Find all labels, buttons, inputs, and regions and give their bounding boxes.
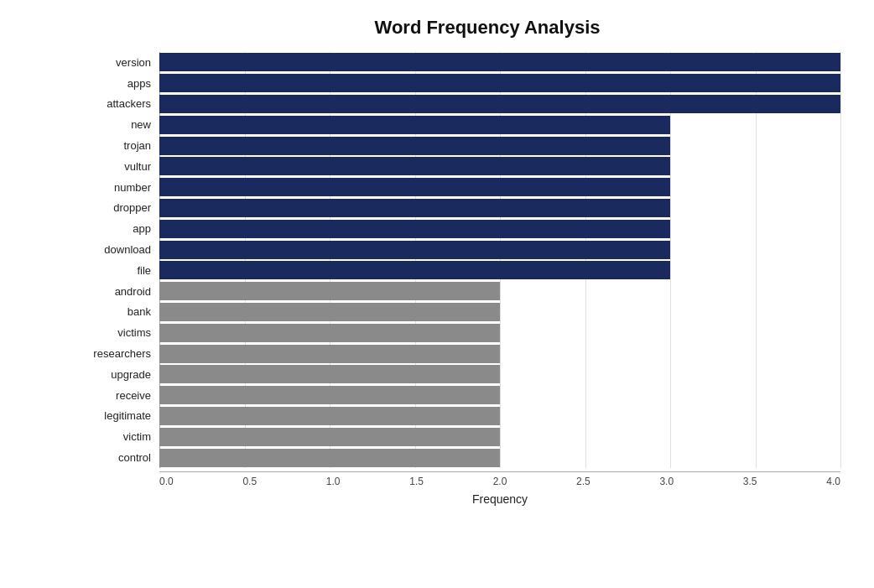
bar-track xyxy=(159,116,840,134)
bar-track xyxy=(159,53,840,71)
bar-fill xyxy=(159,261,670,279)
bar-fill xyxy=(159,407,500,425)
x-axis-label: 3.0 xyxy=(659,476,674,487)
bar-label: vultur xyxy=(84,160,159,173)
bar-row: android xyxy=(84,281,840,301)
bar-label: android xyxy=(84,285,159,298)
x-axis-label: 3.5 xyxy=(743,476,757,487)
bar-label: number xyxy=(84,181,159,194)
x-axis-label: 0.5 xyxy=(242,476,257,487)
bar-label: receive xyxy=(84,389,159,402)
bar-row: apps xyxy=(84,73,840,93)
x-axis-label: 1.5 xyxy=(409,476,424,487)
bar-row: number xyxy=(84,177,840,197)
bar-label: victims xyxy=(84,326,159,339)
bars-wrapper: versionappsattackersnewtrojanvulturnumbe… xyxy=(84,52,840,468)
bar-row: new xyxy=(84,115,840,135)
bar-label: trojan xyxy=(84,139,159,152)
bar-label: upgrade xyxy=(84,368,159,381)
bar-fill xyxy=(159,137,670,155)
bar-label: researchers xyxy=(84,347,159,360)
bar-track xyxy=(159,261,840,279)
grid-line xyxy=(840,52,841,468)
bar-track xyxy=(159,74,840,92)
x-axis-title: Frequency xyxy=(159,492,840,506)
bar-fill xyxy=(159,282,500,300)
bar-track xyxy=(159,303,840,321)
bar-fill xyxy=(159,116,670,134)
bar-row: dropper xyxy=(84,198,840,218)
bar-fill xyxy=(159,428,500,446)
bar-label: control xyxy=(84,451,159,464)
bar-fill xyxy=(159,95,840,113)
bar-track xyxy=(159,282,840,300)
bar-row: legitimate xyxy=(84,406,840,426)
bar-track xyxy=(159,95,840,113)
bar-row: file xyxy=(84,260,840,280)
bar-track xyxy=(159,178,840,196)
bar-track xyxy=(159,220,840,238)
bar-fill xyxy=(159,53,840,71)
bar-row: victims xyxy=(84,323,840,343)
bar-track xyxy=(159,365,840,383)
bar-track xyxy=(159,137,840,155)
chart-container: Word Frequency Analysis versionappsattac… xyxy=(0,0,874,588)
bar-row: bank xyxy=(84,302,840,322)
bar-fill xyxy=(159,324,500,342)
bar-fill xyxy=(159,365,500,383)
bar-fill xyxy=(159,178,670,196)
x-axis-label: 4.0 xyxy=(826,476,840,487)
bar-fill xyxy=(159,74,840,92)
x-axis-labels: 0.00.51.01.52.02.53.03.54.0 xyxy=(159,476,840,487)
bar-fill xyxy=(159,386,500,404)
bar-label: bank xyxy=(84,305,159,318)
bar-row: trojan xyxy=(84,136,840,156)
bar-row: receive xyxy=(84,385,840,405)
bar-row: researchers xyxy=(84,344,840,364)
bar-row: upgrade xyxy=(84,364,840,384)
bar-track xyxy=(159,386,840,404)
bar-fill xyxy=(159,303,500,321)
bar-fill xyxy=(159,199,670,217)
bar-label: new xyxy=(84,118,159,131)
bar-track xyxy=(159,157,840,175)
bar-row: download xyxy=(84,240,840,260)
x-axis xyxy=(159,471,840,472)
bar-row: app xyxy=(84,219,840,239)
bar-label: dropper xyxy=(84,201,159,214)
chart-area: versionappsattackersnewtrojanvulturnumbe… xyxy=(84,52,840,506)
bar-row: vultur xyxy=(84,156,840,176)
bar-label: victim xyxy=(84,430,159,443)
bar-label: download xyxy=(84,243,159,256)
bar-track xyxy=(159,449,840,467)
bar-label: version xyxy=(84,56,159,69)
bar-track xyxy=(159,324,840,342)
bar-row: attackers xyxy=(84,94,840,114)
bar-label: file xyxy=(84,264,159,277)
bar-fill xyxy=(159,241,670,259)
bar-row: control xyxy=(84,448,840,468)
x-axis-label: 2.0 xyxy=(493,476,507,487)
bar-fill xyxy=(159,220,670,238)
bar-fill xyxy=(159,345,500,363)
x-axis-label: 1.0 xyxy=(326,476,341,487)
bar-label: attackers xyxy=(84,97,159,110)
x-axis-label: 2.5 xyxy=(576,476,590,487)
bar-row: version xyxy=(84,52,840,72)
bar-row: victim xyxy=(84,427,840,447)
bar-track xyxy=(159,345,840,363)
chart-title: Word Frequency Analysis xyxy=(134,17,840,39)
bar-track xyxy=(159,407,840,425)
bar-label: app xyxy=(84,222,159,235)
bar-track xyxy=(159,428,840,446)
x-axis-label: 0.0 xyxy=(159,476,174,487)
bar-label: legitimate xyxy=(84,409,159,422)
bar-track xyxy=(159,199,840,217)
bar-label: apps xyxy=(84,77,159,90)
bar-fill xyxy=(159,449,500,467)
bar-fill xyxy=(159,157,670,175)
bar-track xyxy=(159,241,840,259)
